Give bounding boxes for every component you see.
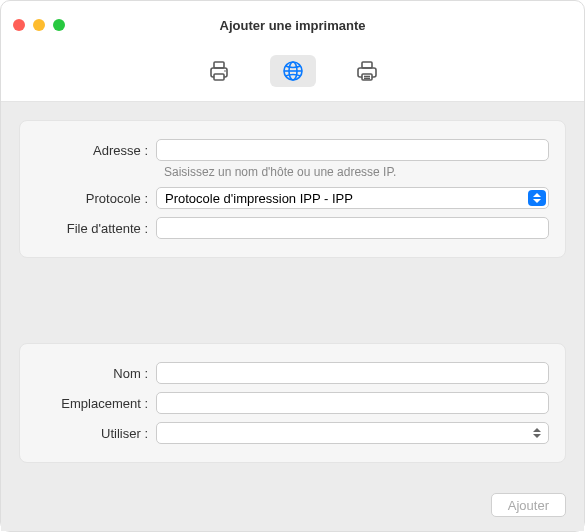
connection-panel: Adresse : Saisissez un nom d'hôte ou une… bbox=[19, 120, 566, 258]
close-window-button[interactable] bbox=[13, 19, 25, 31]
details-panel: Nom : Emplacement : Utiliser : bbox=[19, 343, 566, 463]
location-label: Emplacement : bbox=[36, 396, 156, 411]
address-label: Adresse : bbox=[36, 143, 156, 158]
add-button[interactable]: Ajouter bbox=[491, 493, 566, 517]
printer-default-icon bbox=[206, 60, 232, 82]
zoom-window-button[interactable] bbox=[53, 19, 65, 31]
minimize-window-button[interactable] bbox=[33, 19, 45, 31]
use-select[interactable] bbox=[156, 422, 549, 444]
footer: Ajouter bbox=[1, 481, 584, 531]
protocol-value: Protocole d'impression IPP - IPP bbox=[165, 191, 353, 206]
address-input[interactable] bbox=[156, 139, 549, 161]
titlebar: Ajouter une imprimante bbox=[1, 1, 584, 49]
toolbar-default-tab[interactable] bbox=[196, 55, 242, 87]
chevron-updown-icon bbox=[528, 190, 546, 206]
queue-label: File d'attente : bbox=[36, 221, 156, 236]
use-label: Utiliser : bbox=[36, 426, 156, 441]
svg-rect-2 bbox=[214, 74, 224, 80]
window-title: Ajouter une imprimante bbox=[1, 18, 584, 33]
protocol-label: Protocole : bbox=[36, 191, 156, 206]
window-controls bbox=[13, 19, 65, 31]
content-area: Adresse : Saisissez un nom d'hôte ou une… bbox=[1, 102, 584, 481]
address-hint: Saisissez un nom d'hôte ou une adresse I… bbox=[164, 165, 549, 179]
toolbar-ip-tab[interactable] bbox=[270, 55, 316, 87]
svg-rect-8 bbox=[362, 62, 372, 68]
svg-point-3 bbox=[224, 70, 226, 72]
protocol-select[interactable]: Protocole d'impression IPP - IPP bbox=[156, 187, 549, 209]
toolbar bbox=[1, 49, 584, 102]
toolbar-windows-tab[interactable] bbox=[344, 55, 390, 87]
globe-icon bbox=[282, 60, 304, 82]
location-input[interactable] bbox=[156, 392, 549, 414]
name-label: Nom : bbox=[36, 366, 156, 381]
name-input[interactable] bbox=[156, 362, 549, 384]
svg-rect-1 bbox=[214, 62, 224, 68]
chevron-updown-icon bbox=[528, 425, 546, 441]
queue-input[interactable] bbox=[156, 217, 549, 239]
printer-advanced-icon bbox=[354, 60, 380, 82]
add-printer-window: Ajouter une imprimante bbox=[0, 0, 585, 532]
